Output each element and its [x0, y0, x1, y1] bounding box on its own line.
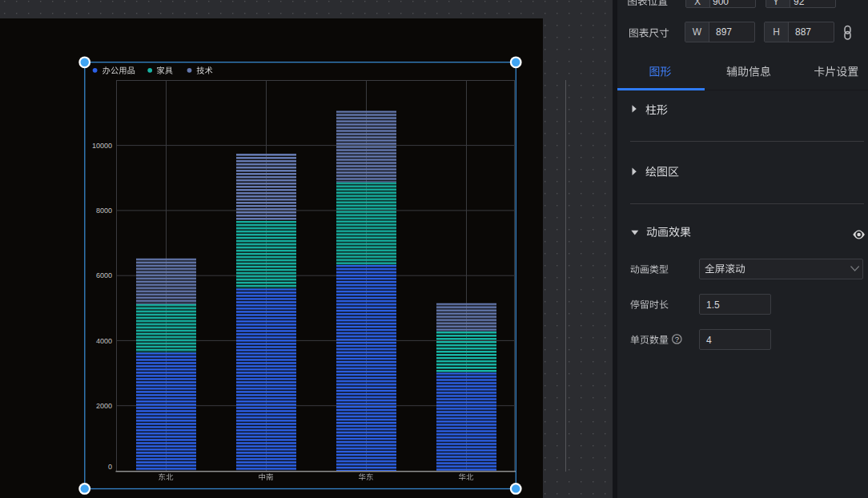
svg-text:8000: 8000 — [96, 207, 112, 215]
svg-text:0: 0 — [108, 463, 112, 471]
svg-text:6000: 6000 — [96, 271, 112, 279]
svg-text:2000: 2000 — [96, 402, 112, 410]
svg-text:10000: 10000 — [92, 142, 112, 150]
svg-text:?: ? — [675, 335, 679, 343]
svg-text:4000: 4000 — [96, 337, 112, 345]
